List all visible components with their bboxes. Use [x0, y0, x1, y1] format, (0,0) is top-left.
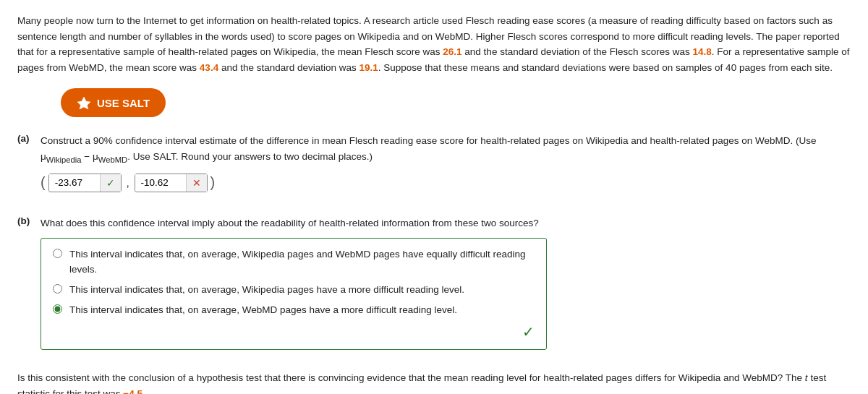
section-b-radio-group: This interval indicates that, on average…: [41, 238, 547, 350]
section-a-letter: (a): [17, 133, 35, 144]
answer-row-a: ( -23.67 ✓ , -10.62 ✕ ): [41, 174, 817, 192]
radio-b1[interactable]: [53, 249, 62, 258]
use-salt-button[interactable]: USE SALT: [61, 88, 166, 117]
comma-separator: ,: [127, 177, 129, 189]
radio-option-b1[interactable]: This interval indicates that, on average…: [53, 247, 535, 277]
use-salt-label: USE SALT: [97, 97, 150, 109]
radio-b1-label: This interval indicates that, on average…: [69, 247, 535, 277]
radio-option-b3[interactable]: This interval indicates that, on average…: [53, 303, 535, 317]
t-label: t: [805, 372, 808, 383]
t-statistic-value: −4.5: [123, 388, 142, 394]
value-wiki-sd: 14.8: [693, 46, 712, 57]
section-b-checkmark: ✓: [522, 323, 535, 341]
clear-right-button[interactable]: ✕: [186, 174, 207, 192]
radio-b3[interactable]: [53, 304, 62, 314]
section-b-letter: (b): [17, 215, 35, 226]
section-b-question: What does this confidence interval imply…: [41, 215, 851, 231]
answer-left-group[interactable]: -23.67 ✓: [48, 174, 122, 192]
intro-paragraph: Many people now turn to the Internet to …: [17, 13, 851, 75]
answer-right-group[interactable]: -10.62 ✕: [135, 174, 208, 192]
answer-left-input[interactable]: -23.67: [49, 174, 100, 191]
right-paren: ): [210, 174, 216, 191]
left-paren: (: [41, 174, 46, 191]
radio-option-b2[interactable]: This interval indicates that, on average…: [53, 283, 535, 297]
answer-right-input[interactable]: -10.62: [135, 174, 186, 191]
radio-b3-label: This interval indicates that, on average…: [69, 303, 457, 317]
value-wiki-mean: 26.1: [443, 46, 461, 57]
value-webmd-sd: 19.1: [359, 62, 378, 73]
section-a-question: Construct a 90% confidence interval esti…: [41, 133, 817, 166]
check-left-button[interactable]: ✓: [100, 174, 121, 192]
radio-b2[interactable]: [53, 284, 62, 294]
salt-icon: [77, 95, 91, 110]
section-a: (a) Construct a 90% confidence interval …: [17, 133, 851, 200]
section-b: (b) What does this confidence interval i…: [17, 215, 851, 356]
radio-b2-label: This interval indicates that, on average…: [69, 283, 464, 297]
between-section-text: Is this consistent with the conclusion o…: [17, 370, 851, 394]
value-webmd-mean: 43.4: [200, 62, 218, 73]
